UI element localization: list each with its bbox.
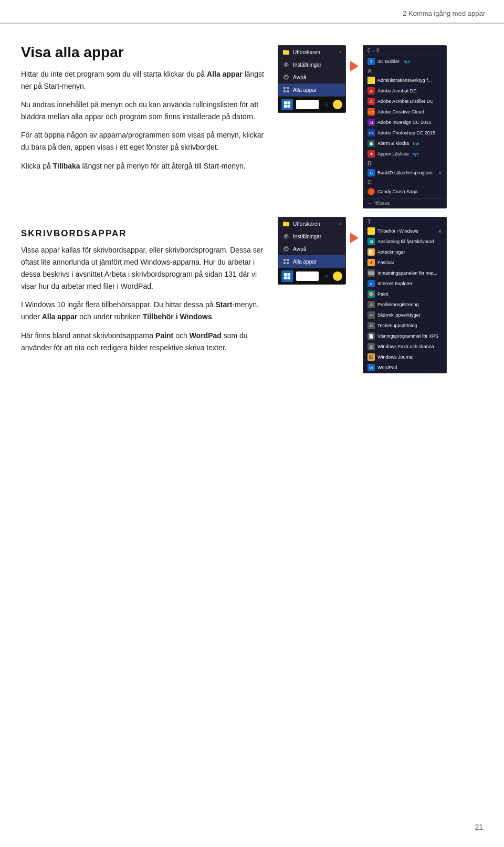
svg-rect-1 (283, 50, 286, 51)
visning-icon: 📄 (368, 332, 375, 340)
faxa-icon: 🖨 (368, 343, 375, 350)
gear2-icon (282, 233, 290, 240)
tillbehor-icon (368, 227, 375, 235)
svg-rect-8 (284, 90, 286, 92)
svg-rect-11 (288, 101, 291, 104)
svg-rect-27 (288, 273, 291, 276)
candy-crush-icon (368, 188, 375, 195)
section2-para2: I Windows 10 ingår flera tillbehörsappar… (21, 299, 267, 323)
app-fjarr: ⊞ Anslutning till fjärrskrivbord (363, 236, 446, 247)
start-menu-panel: Utforskaren › Inställningar Av/på (278, 45, 346, 113)
section-a-label: A (363, 67, 446, 75)
folder-taskbar-icon (333, 100, 342, 109)
svg-point-18 (285, 235, 287, 237)
range-09-header: 0 – 9 (363, 46, 446, 56)
apps-list-panel2: T Tillbehör i Windows ∧ ⊞ Anslutning til… (363, 217, 447, 373)
ie-icon: e (368, 280, 375, 287)
svg-rect-24 (284, 262, 286, 264)
menu-item-installningar: Inställningar (278, 58, 345, 71)
start-bottom-bar2: e (278, 268, 345, 284)
svg-rect-13 (288, 105, 291, 108)
problem-icon: ⚠ (368, 301, 375, 308)
menu-item-avpa: Av/på (278, 71, 345, 83)
menu2-item-installningar: Inställningar (278, 230, 345, 243)
para3: För att öppna någon av apparna/programme… (21, 129, 267, 153)
section-b-label: B (363, 159, 446, 168)
app-indesign: Id Adobe InDesign CC 2015 (363, 117, 446, 128)
windows-btn2 (281, 270, 293, 282)
acrobat-distiller-icon: A (368, 98, 375, 105)
tecken-icon: Ω (368, 322, 375, 329)
app-tillbehor: Tillbehör i Windows ∧ (363, 226, 446, 236)
photoshop-icon: Ps (368, 129, 375, 137)
section2-text: SKRIVBORDSAPPAR Vissa appar kallas för s… (21, 217, 267, 373)
app-paint: 🎨 Paint (363, 289, 446, 299)
taskbar-icons: e (322, 100, 342, 109)
arrow-section2 (350, 233, 359, 243)
fastisar-icon: 📌 (368, 259, 375, 266)
section2-para3: Här finns bland annat skrivbordsapparna … (21, 330, 267, 354)
grid-icon (282, 86, 290, 93)
svg-point-19 (284, 234, 288, 238)
app-admin: Administrationsverktyg f... (363, 75, 446, 86)
menu2-item-utforskaren: Utforskaren › (278, 217, 345, 230)
svg-rect-26 (284, 273, 287, 276)
arrow-right-icon (350, 61, 359, 71)
app-candy-crush: Candy Crush Saga (363, 186, 446, 197)
app-photoshop: Ps Adobe Photoshop CC 2015 (363, 128, 446, 138)
section-t-label: T (363, 217, 446, 226)
page-number: 21 (475, 823, 483, 831)
svg-point-2 (285, 64, 287, 66)
section1-title: Visa alla appar (21, 44, 267, 61)
app-visning: 📄 Visningsprogrammet för XPS (363, 331, 446, 341)
app-wordpad: W WordPad (363, 362, 446, 373)
grid2-icon (282, 258, 290, 265)
chapter-title: 2 Komma igång med appar (403, 9, 485, 17)
paint-icon: 🎨 (368, 290, 375, 298)
app-tecken: Ω Teckenuppsättning (363, 320, 446, 331)
admin-icon (368, 77, 375, 84)
svg-rect-12 (284, 105, 287, 108)
alarm-icon: ⏰ (368, 140, 375, 147)
menu2-item-allaappar: Alla appar (278, 255, 345, 268)
svg-rect-28 (284, 277, 287, 280)
menu2-item-avpa: Av/på (278, 243, 345, 255)
app-problem: ⚠ Problemregistrering (363, 299, 446, 310)
app-alarm: ⏰ Alarm & klocka Nytt (363, 138, 446, 149)
folder-taskbar2-icon (333, 271, 342, 281)
gear-icon (282, 61, 290, 68)
svg-point-3 (284, 62, 288, 67)
app-anteckningar: 📝 Anteckningar (363, 247, 446, 257)
para1: Hittar du inte det program som du vill s… (21, 68, 267, 92)
svg-rect-6 (284, 87, 286, 89)
start-bottom-bar: e (278, 96, 345, 112)
page-header: 2 Komma igång med appar (0, 0, 504, 23)
screenshots-section1: Utforskaren › Inställningar Av/på (278, 45, 483, 208)
app-acrobat-distiller: A Adobe Acrobat Distiller DC (363, 96, 446, 107)
wordpad-icon: W (368, 364, 375, 371)
edge2-icon: e (322, 271, 331, 281)
power-icon (282, 74, 290, 81)
folder-icon (282, 48, 290, 56)
svg-rect-15 (368, 78, 371, 80)
arrow-right2-icon (350, 233, 359, 243)
edge-icon: e (322, 100, 331, 109)
svg-rect-7 (287, 87, 289, 89)
anteckningar-icon: 📝 (368, 248, 375, 256)
svg-rect-9 (287, 90, 289, 92)
app-3d-builder: 3 3D Builder Nytt (363, 56, 446, 67)
section2-wrapper: SKRIVBORDSAPPAR Vissa appar kallas för s… (21, 217, 483, 373)
start-menu-panel2: Utforskaren › Inställningar Av/på (278, 217, 346, 285)
para2: Nu ändras innehållet på menyn och du kan… (21, 99, 267, 123)
journal-icon: 📓 (368, 353, 375, 361)
search-bar2 (296, 271, 319, 281)
taskbar-icons2: e (322, 271, 342, 281)
menu-item-allaappar: Alla appar (278, 83, 345, 96)
inmatning-icon: ⌨ (368, 269, 375, 277)
bankid-icon: B (368, 169, 375, 176)
arrow-section1 (350, 61, 359, 71)
app-inmatning: ⌨ Inmatningspanelen för mat... (363, 268, 446, 278)
app-ie: e Internet Explorer (363, 278, 446, 289)
menu-item-utforskaren: Utforskaren › (278, 46, 345, 58)
acrobat-dc-icon: A (368, 87, 375, 95)
